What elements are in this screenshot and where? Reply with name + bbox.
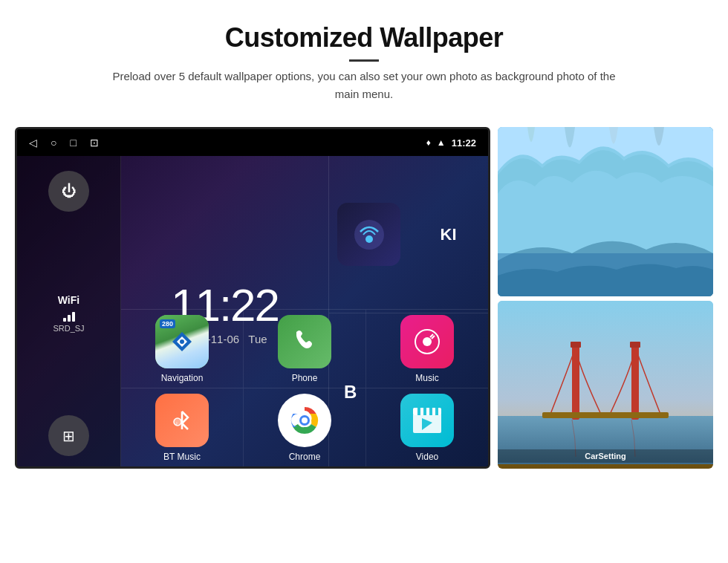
nav-badge: 280 <box>160 319 175 328</box>
power-button[interactable]: ⏻ <box>48 171 89 212</box>
apps-row-2: ♪ BT Music <box>121 388 488 466</box>
chrome-icon <box>278 394 331 447</box>
page-title: Customized Wallpaper <box>111 22 617 53</box>
apps-row-1: 280 Navigation <box>121 309 488 388</box>
car-setting-label: CarSetting <box>498 449 713 463</box>
svg-rect-15 <box>429 408 432 415</box>
apps-grid: 280 Navigation <box>121 309 488 466</box>
svg-point-1 <box>365 235 373 243</box>
wifi-info: WiFi SRD_SJ <box>53 294 84 333</box>
status-bar-right: ♦ ▲ 11:22 <box>426 137 476 149</box>
svg-rect-18 <box>498 253 713 296</box>
svg-rect-25 <box>630 342 640 348</box>
svg-rect-14 <box>423 408 426 415</box>
location-icon: ♦ <box>426 137 431 148</box>
wifi-label: WiFi <box>53 294 84 306</box>
wifi-bars <box>53 308 84 322</box>
phone-app[interactable]: Phone <box>244 310 366 388</box>
wireless-icon <box>337 203 400 266</box>
svg-point-10 <box>302 417 308 423</box>
content-area: ◁ ○ □ ⊡ ♦ ▲ 11:22 ⏻ WiFi <box>15 127 713 469</box>
svg-point-2 <box>180 339 184 344</box>
phone-label: Phone <box>292 373 318 383</box>
bt-music-label: BT Music <box>163 452 201 462</box>
right-panel: CarSetting <box>498 127 713 469</box>
car-screen: ◁ ○ □ ⊡ ♦ ▲ 11:22 ⏻ WiFi <box>15 127 490 469</box>
wifi-bar-1 <box>63 318 66 322</box>
wifi-bar-2 <box>68 315 71 322</box>
wifi-bar-3 <box>72 312 75 322</box>
image-icon[interactable]: ⊡ <box>90 137 99 149</box>
home-icon[interactable]: ○ <box>51 137 56 149</box>
music-app[interactable]: Music <box>366 310 488 388</box>
video-label: Video <box>416 452 438 462</box>
bt-music-app[interactable]: ♪ BT Music <box>121 388 244 466</box>
ki-text: KI <box>441 225 457 244</box>
recents-icon[interactable]: □ <box>70 137 76 149</box>
status-time: 11:22 <box>452 137 476 149</box>
svg-rect-21 <box>572 345 579 420</box>
chrome-app[interactable]: Chrome <box>244 388 366 466</box>
svg-rect-23 <box>542 412 669 418</box>
navigation-label: Navigation <box>161 373 204 383</box>
ki-cell[interactable]: KI <box>409 156 488 313</box>
apps-button[interactable]: ⊞ <box>48 415 89 456</box>
wireless-app-cell[interactable] <box>329 156 409 313</box>
title-section: Customized Wallpaper Preload over 5 defa… <box>111 22 617 120</box>
navigation-app[interactable]: 280 Navigation <box>121 310 244 388</box>
music-icon <box>400 315 454 368</box>
bt-music-icon: ♪ <box>155 394 209 447</box>
navigation-icon: 280 <box>155 315 209 368</box>
title-underline <box>349 59 379 62</box>
svg-rect-24 <box>571 342 581 348</box>
wifi-network: SRD_SJ <box>53 324 84 333</box>
wallpaper-ice <box>498 127 713 296</box>
svg-text:♪: ♪ <box>175 420 178 426</box>
phone-icon <box>278 315 331 368</box>
wallpaper-bridge: CarSetting <box>498 301 713 469</box>
left-sidebar: ⏻ WiFi SRD_SJ ⊞ <box>17 156 121 469</box>
wifi-icon: ▲ <box>437 137 446 148</box>
svg-rect-16 <box>435 408 438 415</box>
video-icon <box>400 394 454 447</box>
music-label: Music <box>415 373 438 383</box>
svg-rect-13 <box>417 408 420 415</box>
back-icon[interactable]: ◁ <box>29 137 37 149</box>
svg-rect-22 <box>631 345 639 420</box>
chrome-label: Chrome <box>289 452 321 462</box>
page-subtitle: Preload over 5 default wallpaper options… <box>111 68 617 103</box>
video-app[interactable]: Video <box>366 388 488 466</box>
status-bar: ◁ ○ □ ⊡ ♦ ▲ 11:22 <box>17 129 488 156</box>
top-right-row: KI <box>329 156 488 313</box>
svg-point-0 <box>354 220 384 250</box>
page-wrapper: Customized Wallpaper Preload over 5 defa… <box>0 0 728 563</box>
svg-point-4 <box>423 337 432 346</box>
status-bar-left: ◁ ○ □ ⊡ <box>29 137 99 149</box>
